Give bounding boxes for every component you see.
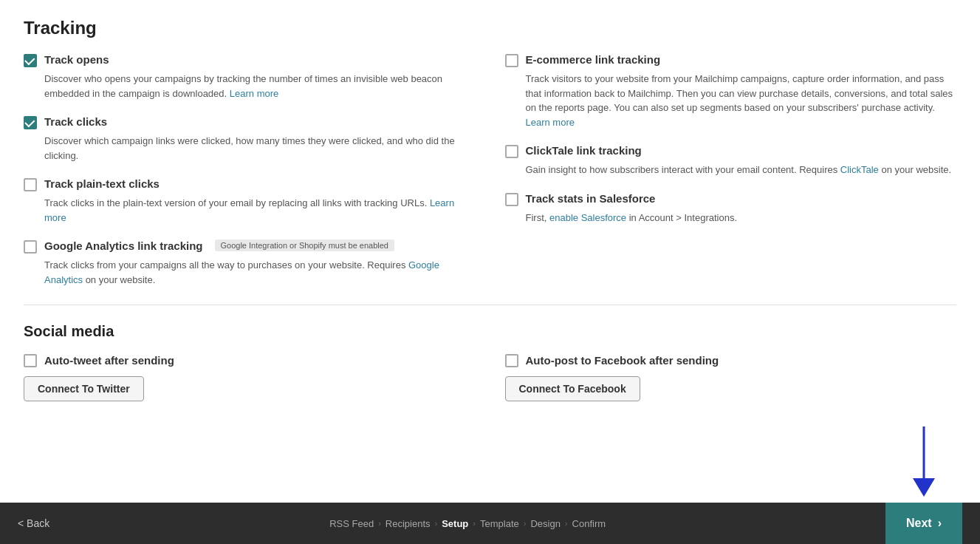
breadcrumb: RSS Feed › Recipients › Setup › Template… (49, 518, 885, 529)
salesforce-item: Track stats in Salesforce First, enable … (505, 192, 957, 225)
breadcrumb-template[interactable]: Template (480, 518, 519, 529)
section-divider (24, 305, 956, 305)
twitter-social-item: Auto-tweet after sending Connect To Twit… (24, 353, 476, 401)
clicktale-desc: Gain insight to how subscribers interact… (526, 163, 957, 177)
track-opens-checkbox[interactable] (24, 54, 37, 67)
track-plain-text-checkbox[interactable] (24, 178, 37, 191)
breadcrumb-sep-4: › (524, 519, 527, 528)
social-grid: Auto-tweet after sending Connect To Twit… (24, 353, 956, 401)
breadcrumb-rss-feed[interactable]: RSS Feed (329, 518, 374, 529)
google-analytics-badge: Google Integration or Shopify must be en… (215, 239, 394, 251)
google-analytics-desc: Track clicks from your campaigns all the… (44, 258, 476, 287)
tracking-left-col: Track opens Discover who opens your camp… (24, 53, 476, 287)
google-analytics-label: Google Analytics link tracking (44, 239, 203, 252)
salesforce-desc: First, enable Salesforce in Account > In… (526, 211, 957, 225)
ecommerce-desc: Track visitors to your website from your… (526, 72, 957, 129)
track-plain-text-label: Track plain-text clicks (44, 177, 160, 190)
salesforce-link[interactable]: enable Salesforce (549, 212, 626, 223)
facebook-checkbox[interactable] (505, 354, 518, 367)
track-clicks-label: Track clicks (44, 115, 107, 128)
salesforce-label: Track stats in Salesforce (526, 192, 656, 205)
breadcrumb-sep-5: › (565, 519, 568, 528)
track-opens-label: Track opens (44, 53, 109, 66)
track-opens-item: Track opens Discover who opens your camp… (24, 53, 476, 101)
social-title: Social media (24, 323, 956, 340)
clicktale-checkbox[interactable] (505, 145, 518, 158)
google-analytics-item: Google Analytics link tracking Google In… (24, 239, 476, 287)
breadcrumb-sep-1: › (378, 519, 381, 528)
connect-twitter-button[interactable]: Connect To Twitter (24, 376, 144, 401)
salesforce-checkbox[interactable] (505, 193, 518, 206)
track-plain-text-desc: Track clicks in the plain-text version o… (44, 196, 476, 225)
track-opens-desc: Discover who opens your campaigns by tra… (44, 72, 476, 101)
twitter-header: Auto-tweet after sending (24, 353, 476, 367)
breadcrumb-confirm[interactable]: Confirm (572, 518, 606, 529)
google-analytics-link[interactable]: Google Analytics (44, 259, 439, 285)
tracking-title: Tracking (24, 18, 956, 38)
track-clicks-checkbox[interactable] (24, 116, 37, 129)
breadcrumb-sep-2: › (435, 519, 438, 528)
ecommerce-learn-more[interactable]: Learn more (526, 117, 575, 128)
track-plain-text-item: Track plain-text clicks Track clicks in … (24, 177, 476, 225)
next-chevron-icon: › (938, 517, 942, 530)
facebook-header: Auto-post to Facebook after sending (505, 353, 957, 367)
clicktale-link[interactable]: ClickTale (840, 164, 879, 175)
twitter-label: Auto-tweet after sending (44, 354, 174, 367)
facebook-social-item: Auto-post to Facebook after sending Conn… (505, 353, 957, 401)
clicktale-label: ClickTale link tracking (526, 144, 642, 157)
tracking-right-col: E-commerce link tracking Track visitors … (505, 53, 957, 287)
google-analytics-checkbox[interactable] (24, 240, 37, 254)
breadcrumb-sep-3: › (473, 519, 476, 528)
track-clicks-desc: Discover which campaign links were click… (44, 134, 476, 163)
breadcrumb-recipients[interactable]: Recipients (386, 518, 431, 529)
breadcrumb-setup[interactable]: Setup (442, 518, 468, 529)
twitter-checkbox[interactable] (24, 354, 37, 367)
bottom-bar: < Back RSS Feed › Recipients › Setup › T… (0, 503, 980, 544)
track-plain-text-learn-more[interactable]: Learn more (44, 197, 454, 223)
ecommerce-label: E-commerce link tracking (526, 53, 661, 66)
facebook-label: Auto-post to Facebook after sending (526, 354, 719, 367)
connect-facebook-button[interactable]: Connect To Facebook (505, 376, 640, 401)
clicktale-item: ClickTale link tracking Gain insight to … (505, 144, 957, 177)
back-button[interactable]: < Back (18, 517, 49, 529)
breadcrumb-design[interactable]: Design (530, 518, 560, 529)
track-clicks-item: Track clicks Discover which campaign lin… (24, 115, 476, 163)
back-label: < Back (18, 517, 49, 529)
ecommerce-item: E-commerce link tracking Track visitors … (505, 53, 957, 129)
main-content: Tracking Track opens Discover who opens … (0, 0, 980, 503)
tracking-grid: Track opens Discover who opens your camp… (24, 53, 956, 287)
social-media-section: Social media Auto-tweet after sending Co… (24, 323, 956, 416)
next-label: Next (906, 517, 932, 530)
next-button[interactable]: Next › (885, 503, 962, 544)
ecommerce-checkbox[interactable] (505, 54, 518, 67)
track-opens-learn-more[interactable]: Learn more (230, 88, 278, 99)
